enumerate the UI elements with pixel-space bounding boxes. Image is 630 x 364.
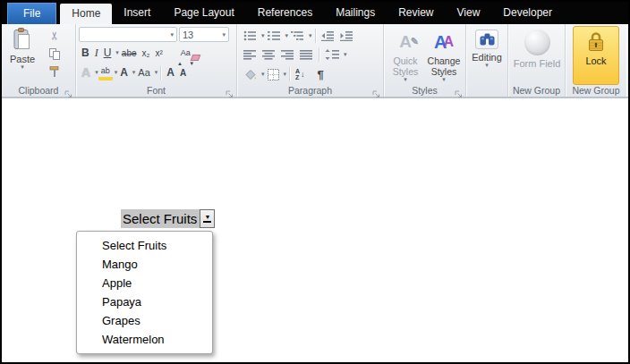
form-field-button[interactable]: Form Field: [510, 26, 564, 69]
font-size-combobox[interactable]: 13 ▾: [179, 27, 229, 42]
dropdown-option-papaya[interactable]: Papaya: [77, 292, 212, 311]
document-area[interactable]: Select Fruits ▼ Select Fruits Mango Appl…: [2, 100, 628, 362]
tab-insert[interactable]: Insert: [112, 2, 162, 24]
borders-icon: [268, 69, 279, 80]
styles-dialog-launcher[interactable]: [455, 86, 463, 94]
editing-arrow-icon[interactable]: ▾: [470, 63, 504, 68]
underline-button[interactable]: U: [101, 45, 115, 61]
group-new-group-lock: Lock New Group: [566, 24, 626, 97]
line-spacing-icon: [325, 49, 339, 60]
align-center-button[interactable]: [260, 47, 278, 63]
format-painter-button[interactable]: [44, 64, 65, 79]
clear-formatting-button[interactable]: Aa: [178, 45, 193, 61]
sort-down-arrow-icon: ↓: [301, 70, 305, 79]
numbering-button[interactable]: [265, 28, 284, 44]
borders-arrow-icon[interactable]: ▾: [284, 71, 287, 78]
dropdown-option-apple[interactable]: Apple: [77, 274, 212, 292]
quick-styles-icon: A✎: [399, 37, 412, 47]
show-hide-formatting-button[interactable]: ¶: [315, 66, 327, 82]
shading-arrow-icon[interactable]: ▾: [261, 71, 265, 78]
ribbon: Paste ▾ ✂ Clipboard ▾: [2, 24, 628, 98]
tab-developer[interactable]: Developer: [491, 2, 564, 24]
tab-view[interactable]: View: [446, 2, 492, 24]
paragraph-group-label: Paragraph: [237, 85, 383, 96]
dropdown-form-field[interactable]: Select Fruits ▼: [121, 209, 215, 228]
form-field-sphere-icon: [524, 30, 550, 55]
line-spacing-button[interactable]: [322, 47, 342, 63]
change-styles-arrow-icon[interactable]: ▾: [425, 77, 463, 82]
font-name-arrow-icon[interactable]: ▾: [170, 31, 174, 38]
align-right-button[interactable]: [278, 47, 297, 63]
multilevel-list-button[interactable]: [288, 28, 307, 44]
lock-button[interactable]: Lock: [573, 26, 619, 85]
group-editing: Editing ▾: [466, 24, 508, 97]
align-left-button[interactable]: [241, 47, 260, 63]
group-styles: A✎ Quick Styles ▾ AA Change Styles ▾ Sty…: [384, 24, 466, 97]
copy-icon: [49, 48, 60, 60]
font-group-label: Font: [76, 85, 236, 96]
dropdown-field-value[interactable]: Select Fruits: [121, 209, 200, 228]
dropdown-arrow-underline: [203, 221, 211, 223]
tab-mailings[interactable]: Mailings: [324, 2, 387, 24]
change-case-arrow-icon[interactable]: ▾: [155, 69, 158, 76]
paragraph-dialog-launcher[interactable]: [372, 86, 380, 94]
borders-button[interactable]: [265, 66, 282, 82]
font-size-value: 13: [183, 30, 193, 40]
font-size-arrow-icon[interactable]: ▾: [222, 31, 226, 38]
tab-references[interactable]: References: [246, 2, 324, 24]
shrink-font-button[interactable]: A▼: [177, 64, 189, 80]
group-paragraph: ▾ ▾ ▾: [237, 24, 384, 97]
dropdown-option-watermelon[interactable]: Watermelon: [77, 330, 212, 349]
binoculars-icon: [475, 30, 498, 49]
bullets-button[interactable]: [241, 28, 260, 44]
bold-button[interactable]: B: [79, 45, 92, 61]
styles-group-label: Styles: [384, 85, 465, 96]
quick-styles-button[interactable]: A✎ Quick Styles ▾: [387, 29, 424, 82]
scissors-icon: ✂: [48, 31, 61, 40]
line-spacing-arrow-icon[interactable]: ▾: [344, 51, 347, 58]
font-color-button[interactable]: A: [117, 64, 131, 80]
clipboard-dialog-launcher[interactable]: [64, 86, 72, 94]
dropdown-option-select-fruits[interactable]: Select Fruits: [77, 236, 212, 255]
dropdown-option-mango[interactable]: Mango: [77, 255, 212, 274]
word-window: File Home Insert Page Layout References …: [0, 0, 630, 364]
italic-button[interactable]: I: [92, 45, 101, 61]
dropdown-option-grapes[interactable]: Grapes: [77, 311, 212, 330]
group-font: ▾ 13 ▾ B I U ▾ abe x₂ x² Aa A ▾ ab: [76, 24, 237, 97]
change-styles-button[interactable]: AA Change Styles ▾: [425, 29, 463, 82]
text-effects-button[interactable]: A: [79, 64, 93, 80]
justify-button[interactable]: [297, 47, 316, 63]
tab-file[interactable]: File: [7, 3, 56, 24]
font-name-combobox[interactable]: ▾: [79, 27, 177, 42]
change-case-button[interactable]: Aa: [135, 64, 152, 80]
multilevel-arrow-icon[interactable]: ▾: [309, 32, 312, 39]
shrink-arrow-icon: ▼: [189, 61, 194, 66]
padlock-icon: [586, 45, 606, 55]
font-dialog-launcher[interactable]: [226, 86, 234, 94]
ribbon-tab-bar: File Home Insert Page Layout References …: [2, 2, 628, 24]
clipboard-small-buttons: ✂: [44, 29, 65, 79]
shading-button[interactable]: [241, 66, 260, 82]
new-group-form-label: New Group: [508, 85, 565, 96]
strikethrough-button[interactable]: abe: [119, 45, 140, 61]
editing-button[interactable]: Editing ▾: [470, 30, 504, 68]
highlight-button[interactable]: ab: [98, 64, 113, 80]
sort-button[interactable]: AZ ↓: [293, 66, 308, 82]
cut-button[interactable]: ✂: [44, 29, 65, 43]
copy-button[interactable]: [44, 47, 65, 61]
tab-page-layout[interactable]: Page Layout: [162, 2, 245, 24]
increase-indent-button[interactable]: [337, 28, 356, 44]
bullets-icon: [243, 30, 257, 41]
superscript-button[interactable]: x²: [152, 45, 165, 61]
divider: [160, 65, 161, 80]
shading-bucket-icon: [243, 69, 257, 80]
paste-dropdown-arrow-icon[interactable]: ▾: [4, 64, 40, 70]
tab-home[interactable]: Home: [60, 4, 112, 24]
bullets-arrow-icon[interactable]: ▾: [261, 32, 265, 39]
dropdown-field-button[interactable]: ▼: [200, 209, 215, 228]
tab-review[interactable]: Review: [387, 2, 445, 24]
paste-button[interactable]: Paste ▾: [4, 28, 40, 81]
grow-font-button[interactable]: A▲: [164, 64, 177, 80]
decrease-indent-button[interactable]: [319, 28, 337, 44]
subscript-button[interactable]: x₂: [140, 45, 153, 61]
